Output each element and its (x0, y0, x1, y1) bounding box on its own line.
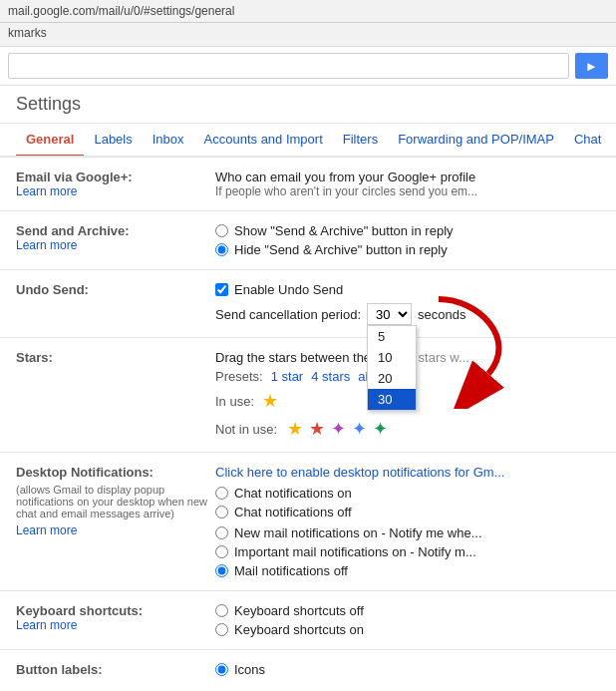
page-title: Settings (0, 86, 616, 124)
stars-row: Stars: Drag the stars between the t... T… (0, 338, 616, 453)
tab-chat[interactable]: Chat (564, 124, 611, 158)
not-in-use-row: Not in use: ★ ★ ✦ ✦ ✦ (215, 418, 600, 440)
shortcuts-on[interactable]: Keyboard shortcuts on (215, 622, 600, 637)
shortcuts-off-radio[interactable] (215, 604, 228, 617)
send-archive-row: Send and Archive: Learn more Show "Send … (0, 211, 616, 270)
important-mail-on-radio[interactable] (215, 545, 228, 558)
not-in-use-star-green[interactable]: ✦ (373, 418, 388, 440)
tab-inbox[interactable]: Inbox (143, 124, 194, 158)
undo-send-row: Undo Send: Enable Undo Send Send cancell… (0, 270, 616, 338)
chat-notifications-off[interactable]: Chat notifications off (215, 505, 600, 519)
not-in-use-star-purple[interactable]: ✦ (331, 418, 346, 440)
dropdown-option-30[interactable]: 30 (368, 389, 416, 410)
email-via-google-label: Email via Google+: Learn more (16, 170, 215, 198)
desktop-notifications-value: Click here to enable desktop notificatio… (215, 465, 600, 578)
email-via-google-learn-more[interactable]: Learn more (16, 184, 215, 198)
dropdown-option-20[interactable]: 20 (368, 368, 416, 389)
cancellation-dropdown-menu: 5 10 20 30 (367, 325, 417, 411)
chat-on-radio[interactable] (215, 487, 228, 500)
tab-labels[interactable]: Labels (84, 124, 142, 158)
important-mail-on[interactable]: Important mail notifications on - Notify… (215, 544, 600, 559)
email-via-google-value: Who can email you from your Google+ prof… (215, 170, 600, 198)
browser-url-bar: mail.google.com/mail/u/0/#settings/gener… (0, 0, 616, 23)
cancellation-period-select[interactable]: 5 10 20 30 (367, 303, 412, 325)
tab-filters[interactable]: Filters (333, 124, 388, 158)
send-archive-show-radio[interactable] (215, 224, 228, 237)
cancellation-row: Send cancellation period: 5 10 20 30 5 1… (215, 303, 600, 325)
desktop-notifications-label: Desktop Notifications: (allows Gmail to … (16, 465, 215, 578)
settings-tabs: General Labels Inbox Accounts and Import… (0, 124, 616, 158)
mail-off-radio[interactable] (215, 564, 228, 577)
not-in-use-star-gold[interactable]: ★ (287, 418, 303, 440)
undo-send-value: Enable Undo Send Send cancellation perio… (215, 282, 600, 325)
search-input[interactable] (8, 53, 569, 79)
not-in-use-star-blue[interactable]: ✦ (352, 418, 367, 440)
in-use-star-gold[interactable]: ★ (262, 390, 278, 412)
enable-undo-send-checkbox-label[interactable]: Enable Undo Send (215, 282, 600, 297)
new-mail-on[interactable]: New mail notifications on - Notify me wh… (215, 525, 600, 540)
send-archive-learn-more[interactable]: Learn more (16, 238, 215, 252)
desktop-notifications-row: Desktop Notifications: (allows Gmail to … (0, 453, 616, 591)
button-labels-icons-radio[interactable] (215, 663, 228, 676)
search-button[interactable]: ► (575, 53, 608, 79)
mail-notifications-off[interactable]: Mail notifications off (215, 563, 600, 578)
send-archive-options: Show "Send & Archive" button in reply Hi… (215, 223, 600, 257)
undo-send-label: Undo Send: (16, 282, 215, 325)
chat-off-radio[interactable] (215, 506, 228, 518)
button-labels-value: Icons (215, 662, 600, 687)
email-via-google-row: Email via Google+: Learn more Who can em… (0, 158, 616, 211)
send-archive-label: Send and Archive: Learn more (16, 223, 215, 257)
search-bar-row: ► (0, 47, 616, 86)
desktop-notifications-learn-more[interactable]: Learn more (16, 523, 215, 537)
button-labels-label: Button labels: (16, 662, 215, 687)
preset-4stars[interactable]: 4 stars (311, 369, 350, 384)
dropdown-option-10[interactable]: 10 (368, 347, 416, 368)
chat-notifications-on[interactable]: Chat notifications on (215, 486, 600, 501)
tab-labs[interactable]: L... (611, 124, 616, 158)
send-archive-hide-option[interactable]: Hide "Send & Archive" button in reply (215, 242, 600, 257)
keyboard-shortcuts-row: Keyboard shortcuts: Learn more Keyboard … (0, 591, 616, 650)
button-labels-row: Button labels: Icons (0, 650, 616, 691)
tab-forwarding-pop-imap[interactable]: Forwarding and POP/IMAP (388, 124, 564, 158)
shortcuts-off[interactable]: Keyboard shortcuts off (215, 603, 600, 618)
desktop-notifications-enable-link[interactable]: Click here to enable desktop notificatio… (215, 465, 600, 480)
cancellation-dropdown-container: 5 10 20 30 5 10 20 30 (367, 303, 412, 325)
preset-1star[interactable]: 1 star (271, 369, 304, 384)
tab-general[interactable]: General (16, 124, 84, 158)
dropdown-option-5[interactable]: 5 (368, 326, 416, 347)
new-mail-on-radio[interactable] (215, 526, 228, 539)
keyboard-shortcuts-label: Keyboard shortcuts: Learn more (16, 603, 215, 637)
tab-accounts-import[interactable]: Accounts and Import (194, 124, 333, 158)
not-in-use-star-red[interactable]: ★ (309, 418, 325, 440)
keyboard-shortcuts-value: Keyboard shortcuts off Keyboard shortcut… (215, 603, 600, 637)
stars-label: Stars: (16, 350, 215, 440)
enable-undo-send-checkbox[interactable] (215, 283, 228, 296)
send-archive-show-option[interactable]: Show "Send & Archive" button in reply (215, 223, 600, 238)
bookmarks-bar: kmarks (0, 23, 616, 47)
keyboard-shortcuts-learn-more[interactable]: Learn more (16, 618, 215, 632)
button-labels-icons[interactable]: Icons (215, 662, 600, 677)
send-archive-hide-radio[interactable] (215, 243, 228, 256)
shortcuts-on-radio[interactable] (215, 623, 228, 636)
